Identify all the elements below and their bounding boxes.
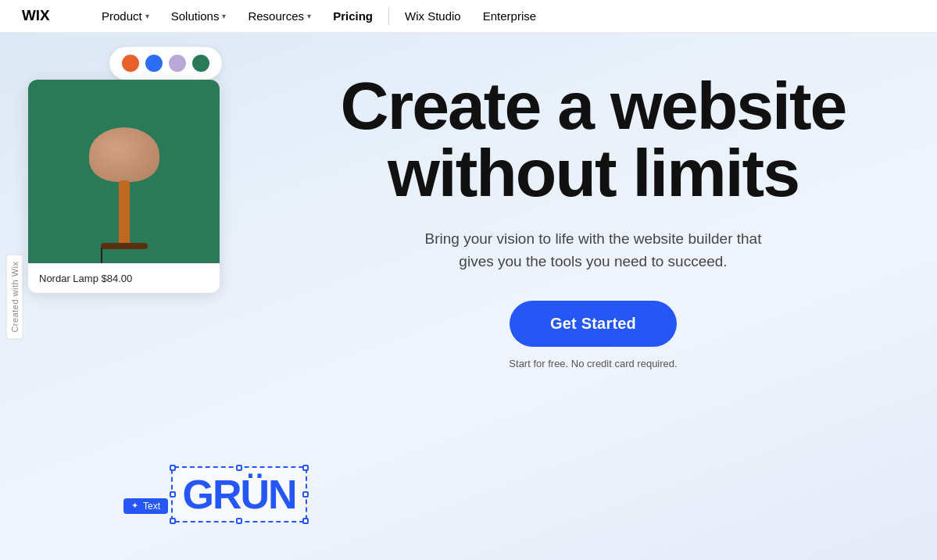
hero-section: Created with Wix Nordar Lamp $84.00 Crea… — [0, 33, 937, 560]
text-widget-box[interactable]: GRÜN — [171, 466, 306, 523]
resize-handle-ml[interactable] — [170, 491, 176, 498]
swatch-green[interactable] — [192, 55, 209, 72]
wix-logo[interactable]: WIX — [22, 6, 59, 27]
star-icon: ✦ — [131, 501, 138, 511]
navbar: WIX Product ▾ Solutions ▾ Resources ▾ Pr… — [0, 0, 937, 33]
resize-handle-tm[interactable] — [236, 465, 242, 471]
text-widget-badge: ✦ Text — [123, 498, 168, 514]
product-card-label: Nordar Lamp $84.00 — [39, 273, 132, 284]
swatch-lavender[interactable] — [169, 55, 186, 72]
nav-item-solutions[interactable]: Solutions ▾ — [160, 0, 238, 33]
hero-subtext: Bring your vision to life with the websi… — [406, 228, 781, 273]
nav-links: Product ▾ Solutions ▾ Resources ▾ Pricin… — [91, 0, 915, 33]
nav-item-enterprise[interactable]: Enterprise — [472, 0, 547, 33]
get-started-button[interactable]: Get Started — [510, 301, 677, 347]
chevron-down-icon: ▾ — [222, 12, 226, 20]
nav-item-product[interactable]: Product ▾ — [91, 0, 160, 33]
svg-text:WIX: WIX — [22, 6, 50, 23]
nav-item-resources[interactable]: Resources ▾ — [237, 0, 322, 33]
resize-handle-br[interactable] — [302, 518, 309, 524]
cta-note: Start for free. No credit card required. — [265, 358, 921, 369]
lamp-shade — [89, 127, 159, 182]
hero-headline: Create a website without limits — [265, 72, 921, 206]
text-widget[interactable]: ✦ Text GRÜN — [123, 466, 358, 560]
product-card: Nordar Lamp $84.00 — [28, 80, 220, 293]
swatch-blue[interactable] — [145, 55, 163, 72]
resize-handle-mr[interactable] — [302, 491, 309, 498]
hero-text-block: Create a website without limits Bring yo… — [265, 72, 937, 369]
lamp-base — [101, 243, 148, 249]
product-card-info: Nordar Lamp $84.00 — [28, 263, 220, 293]
gruen-text: GRÜN — [182, 472, 295, 517]
sidebar-created-label: Created with Wix — [6, 254, 23, 339]
chevron-down-icon: ▾ — [307, 12, 311, 20]
nav-divider — [388, 8, 389, 25]
product-card-image — [28, 80, 220, 263]
nav-item-wix-studio[interactable]: Wix Studio — [394, 0, 472, 33]
resize-handle-bm[interactable] — [236, 518, 242, 524]
chevron-down-icon: ▾ — [145, 12, 149, 20]
color-swatches — [109, 47, 222, 80]
lamp-cord — [101, 248, 102, 263]
nav-item-pricing[interactable]: Pricing — [322, 0, 384, 33]
lamp-stem — [119, 180, 130, 243]
resize-handle-tl[interactable] — [170, 465, 176, 471]
resize-handle-tr[interactable] — [302, 465, 309, 471]
swatch-orange[interactable] — [122, 55, 139, 72]
resize-handle-bl[interactable] — [170, 518, 176, 524]
